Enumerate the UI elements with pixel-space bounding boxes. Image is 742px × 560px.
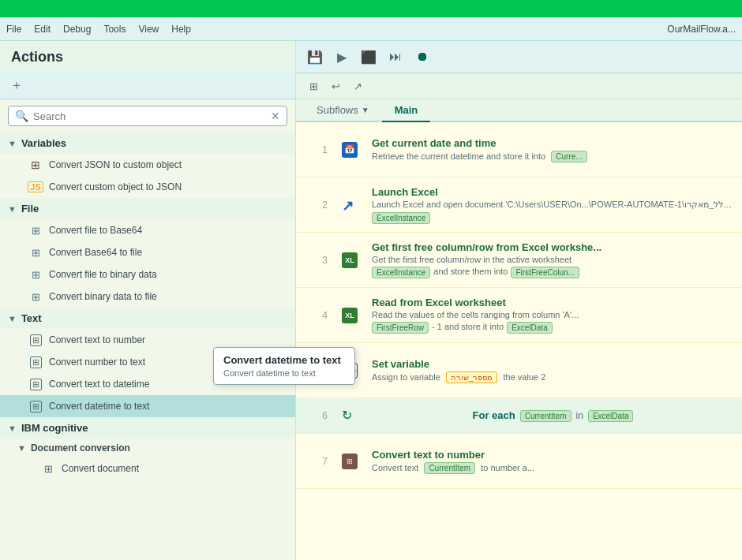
tag-text: and store them into: [433, 267, 508, 278]
subcategory-header[interactable]: ▼ Document conversion: [0, 439, 295, 457]
category-header-text[interactable]: ▼ Text: [0, 308, 295, 329]
flow-row[interactable]: 7 ⊞ Convert text to number Convert text …: [296, 434, 742, 489]
row-title: Launch Excel: [372, 186, 734, 198]
toolbar2-btn1[interactable]: ⊞: [304, 77, 323, 95]
save-button[interactable]: 💾: [304, 46, 326, 68]
status-badge: CurrentItem: [424, 462, 475, 474]
row-icon: 📅: [335, 122, 364, 177]
row-number: 5: [296, 343, 335, 398]
action-label: Convert file to binary data: [49, 269, 157, 280]
tag-text: - 1 and store it into: [432, 322, 504, 334]
row-desc: Launch Excel and open document 'C:\Users…: [372, 200, 734, 210]
menu-help[interactable]: Help: [171, 24, 191, 35]
action-label: Convert datetime to text: [49, 401, 149, 412]
row-icon: XL: [335, 288, 364, 342]
list-item[interactable]: ⊞ Convert document: [0, 457, 295, 480]
row-content: Read from Excel worksheet Read the value…: [364, 288, 742, 342]
clear-search-icon[interactable]: ✕: [271, 110, 280, 122]
action-label: Convert JSON to custom object: [49, 159, 182, 170]
flow-row[interactable]: 3 XL Get first free column/row from Exce…: [296, 233, 742, 288]
flow-editor: 💾 ▶ ⬛ ⏭ ⏺ ⊞ ↩ ↗ Subflows ▼ Main 1: [296, 41, 742, 560]
flow-row[interactable]: 2 ↗ Launch Excel Launch Excel and open d…: [296, 177, 742, 233]
menu-edit[interactable]: Edit: [34, 24, 51, 35]
tab-subflows[interactable]: Subflows ▼: [304, 99, 382, 122]
row-number: 2: [296, 177, 335, 232]
row-number: 3: [296, 233, 335, 287]
row-icon: ↻: [335, 408, 364, 424]
row-desc: Get the first free column/row in the act…: [372, 255, 734, 264]
category-file: ▼ File ⊞ Convert file to Base64 ⊞ Conver…: [0, 198, 295, 308]
record-button[interactable]: ⏺: [411, 46, 433, 68]
row-content: Get current date and time Retrieve the c…: [364, 122, 742, 177]
category-ibm: ▼ IBM cognitive ▼ Document conversion ⊞ …: [0, 417, 295, 480]
list-item[interactable]: ⊞ Convert number to text: [0, 351, 295, 373]
category-header-ibm[interactable]: ▼ IBM cognitive: [0, 417, 295, 439]
category-label-variables: Variables: [21, 137, 66, 149]
tab-subflows-label: Subflows: [317, 104, 358, 116]
text-icon: ⊞: [28, 399, 43, 413]
flow-row[interactable]: 1 📅 Get current date and time Retrieve t…: [296, 122, 742, 177]
category-label-ibm: IBM cognitive: [21, 422, 88, 434]
status-badge: ExcelInstance: [372, 212, 430, 224]
list-item[interactable]: ⊞ Convert file to binary data: [0, 263, 295, 286]
title-bar: [0, 0, 742, 17]
row-content: For each CurrentItem in ExcelData: [364, 403, 742, 429]
run-button[interactable]: ▶: [331, 46, 353, 68]
toolbar2-btn3[interactable]: ↗: [348, 77, 367, 95]
flow-toolbar: 💾 ▶ ⬛ ⏭ ⏺: [296, 41, 742, 73]
status-badge: מספר_שורה: [446, 371, 498, 383]
excel-icon: XL: [342, 308, 358, 323]
row-number: 4: [296, 288, 335, 342]
row-tags: FirstFreeRow - 1 and store it into Excel…: [372, 322, 734, 334]
plus-button[interactable]: ＋: [6, 75, 27, 95]
tab-main[interactable]: Main: [382, 99, 431, 122]
row-number: 6: [296, 410, 335, 421]
action-label: Convert file to Base64: [49, 225, 142, 236]
status-badge: ExcelInstance: [372, 267, 430, 278]
search-input[interactable]: Convert: [33, 110, 266, 122]
foreach-list-tag: ExcelData: [588, 410, 634, 422]
toolbar2-btn2[interactable]: ↩: [326, 77, 345, 95]
action-label: Convert binary data to file: [49, 291, 157, 302]
flow-row[interactable]: 4 XL Read from Excel worksheet Read the …: [296, 288, 742, 343]
list-item-selected[interactable]: ⊞ Convert datetime to text: [0, 395, 295, 417]
status-badge: ExcelData: [507, 322, 553, 334]
list-item[interactable]: ⊞ Convert file to Base64: [0, 219, 295, 241]
list-item[interactable]: ⊞ Convert JSON to custom object: [0, 154, 295, 176]
row-icon: ↗: [335, 177, 364, 232]
menu-bar: File Edit Debug Tools View Help OurMailF…: [0, 17, 742, 41]
row-desc: Convert text CurrentItem to number a...: [372, 462, 734, 474]
row-content: Get first free column/row from Excel wor…: [364, 233, 742, 287]
row-title: Get first free column/row from Excel wor…: [372, 241, 734, 253]
actions-panel: Actions ＋ 🔍 Convert ✕ ▼ Variables ⊞ Conv…: [0, 41, 296, 560]
menu-file[interactable]: File: [6, 24, 21, 35]
list-item[interactable]: ⊞ Convert binary data to file: [0, 286, 295, 308]
list-item[interactable]: JS Convert custom object to JSON: [0, 176, 295, 198]
file-icon: ⊞: [41, 461, 55, 476]
flow-row-foreach[interactable]: 6 ↻ For each CurrentItem in ExcelData: [296, 398, 742, 434]
stop-button[interactable]: ⬛: [358, 46, 380, 68]
variable-icon: {x}: [342, 363, 358, 379]
flow-name: OurMailFlow.a...: [667, 24, 736, 35]
step-button[interactable]: ⏭: [384, 46, 407, 68]
search-bar: 🔍 Convert ✕: [8, 106, 287, 126]
list-item[interactable]: ⊞ Convert text to datetime: [0, 373, 295, 395]
category-label-file: File: [21, 203, 39, 215]
file-icon: ⊞: [28, 223, 43, 237]
category-header-variables[interactable]: ▼ Variables: [0, 133, 295, 154]
row-number: 1: [296, 122, 335, 177]
chevron-down-icon: ▼: [8, 204, 17, 214]
action-list: ▼ Variables ⊞ Convert JSON to custom obj…: [0, 133, 295, 560]
menu-view[interactable]: View: [138, 24, 159, 35]
left-toolbar: ＋: [0, 72, 295, 99]
list-item[interactable]: ⊞ Convert text to number: [0, 329, 295, 351]
list-item[interactable]: ⊞ Convert Base64 to file: [0, 241, 295, 263]
menu-tools[interactable]: Tools: [103, 24, 126, 35]
row-title: Convert text to number: [372, 449, 734, 461]
category-header-file[interactable]: ▼ File: [0, 198, 295, 219]
menu-debug[interactable]: Debug: [63, 24, 91, 35]
js-icon: JS: [28, 180, 43, 194]
row-desc: Read the values of the cells ranging fro…: [372, 310, 734, 319]
flow-row[interactable]: 5 {x} Set variable Assign to variable מס…: [296, 343, 742, 398]
chevron-down-icon: ▼: [8, 424, 17, 433]
